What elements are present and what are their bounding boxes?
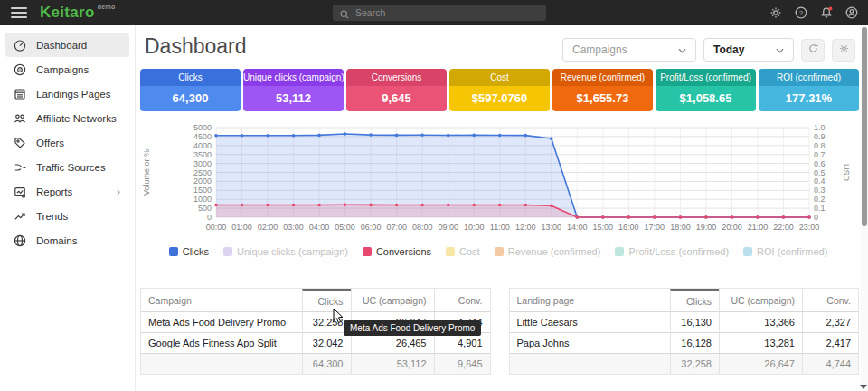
row-name-cell[interactable]: Little Caesars: [510, 317, 671, 328]
svg-text:08:00: 08:00: [412, 223, 433, 232]
notifications-bell-icon[interactable]: [819, 5, 834, 20]
page-scrollbar: [861, 25, 868, 391]
sidebar-item-dashboard[interactable]: Dashboard: [5, 33, 129, 57]
metric-card-value: 64,300: [140, 86, 241, 111]
sidebar-item-trends[interactable]: Trends: [5, 204, 129, 228]
logo-text: Keitaro: [40, 4, 95, 21]
svg-text:5000: 5000: [193, 123, 212, 132]
sidebar-item-reports[interactable]: Reports›: [5, 179, 129, 204]
metric-card-value: $1,058.65: [656, 86, 756, 111]
date-range-value: Today: [713, 43, 744, 56]
campaign-filter-select[interactable]: Campaigns: [562, 38, 696, 62]
traffic-chart[interactable]: 005000.110000.215000.320000.425000.53000…: [140, 120, 851, 241]
logo-demo-label: demo: [98, 4, 116, 10]
column-header-uc-campaign[interactable]: UC (campaign): [351, 289, 434, 311]
legend-swatch: [363, 247, 372, 256]
metric-cards-row: Clicks64,300Unique clicks (campaign)53,1…: [140, 69, 859, 111]
column-header-campaign[interactable]: Campaign: [141, 295, 302, 306]
global-search[interactable]: [333, 5, 546, 21]
row-name-cell[interactable]: Google Ads Fitness App Split: [141, 338, 302, 348]
search-input[interactable]: [355, 7, 527, 18]
legend-swatch: [743, 247, 752, 256]
svg-text:1500: 1500: [193, 186, 212, 195]
svg-text:0.3: 0.3: [814, 186, 826, 195]
svg-text:3500: 3500: [193, 150, 212, 159]
metric-card-label: Clicks: [140, 69, 241, 86]
scroll-down-arrow-icon[interactable]: [860, 385, 867, 389]
column-header-clicks[interactable]: Clicks: [302, 289, 351, 311]
svg-text:0.8: 0.8: [814, 141, 826, 150]
legend-swatch: [223, 247, 232, 256]
search-icon: [339, 7, 350, 18]
scrollbar-thumb[interactable]: [862, 27, 867, 226]
sidebar-item-affiliate-networks[interactable]: Affiliate Networks: [5, 106, 129, 130]
svg-text:0: 0: [814, 213, 818, 222]
dashboard-settings-button[interactable]: [832, 39, 855, 62]
totals-cell: 4,744: [802, 354, 858, 374]
landing-table-row[interactable]: Papa Johns16,12813,2812,417: [510, 332, 859, 353]
legend-item-cost[interactable]: Cost: [446, 246, 480, 257]
row-name-cell[interactable]: Meta Ads Food Delivery Promo: [141, 317, 302, 328]
metric-card-roi-confirmed: ROI (confirmed)177.31%: [759, 69, 859, 111]
svg-text:0.1: 0.1: [814, 204, 826, 213]
svg-text:01:00: 01:00: [231, 223, 252, 232]
sidebar-item-domains[interactable]: Domains: [5, 228, 129, 253]
svg-text:16:00: 16:00: [618, 223, 639, 232]
refresh-button[interactable]: [801, 39, 825, 62]
legend-item-profit-loss-confirmed[interactable]: Profit/Loss (confirmed): [615, 246, 729, 257]
column-header-landing-page[interactable]: Landing page: [510, 295, 671, 306]
row-name-cell[interactable]: Papa Johns: [510, 338, 671, 348]
refresh-icon: [807, 42, 819, 58]
table-header-row: Landing pageClicksUC (campaign)Conv.: [510, 289, 859, 311]
column-header-clicks[interactable]: Clicks: [670, 289, 719, 311]
svg-text:11:00: 11:00: [490, 223, 510, 232]
split-icon: [13, 160, 27, 175]
legend-label: Profit/Loss (confirmed): [628, 246, 729, 257]
account-icon[interactable]: [844, 5, 859, 20]
row-value-cell: 13,366: [719, 312, 802, 332]
svg-text:2500: 2500: [193, 168, 212, 177]
column-header-uc-campaign[interactable]: UC (campaign): [719, 289, 802, 311]
sidebar-item-label: Offers: [36, 138, 122, 148]
svg-text:0.4: 0.4: [814, 176, 826, 186]
svg-text:05:00: 05:00: [335, 223, 355, 232]
row-value-cell: 4,901: [434, 333, 490, 353]
column-header-conv[interactable]: Conv.: [434, 289, 490, 311]
row-value-cell: 13,281: [719, 333, 802, 353]
sidebar-item-traffic-sources[interactable]: Traffic Sources: [5, 155, 129, 179]
help-icon[interactable]: ?: [794, 5, 808, 20]
sidebar-item-landings-pages[interactable]: Landings Pages: [5, 81, 129, 106]
sidebar-item-campaigns[interactable]: Campaigns: [5, 57, 129, 81]
svg-text:USD: USD: [842, 164, 851, 182]
svg-text:1.0: 1.0: [814, 123, 826, 132]
svg-text:4500: 4500: [193, 132, 212, 141]
legend-item-conversions[interactable]: Conversions: [363, 246, 431, 257]
sidebar-nav: DashboardCampaignsLandings PagesAffiliat…: [0, 25, 136, 391]
sidebar-item-label: Traffic Sources: [36, 162, 122, 173]
metric-card-value: $1,655.73: [552, 86, 653, 111]
settings-icon[interactable]: [769, 5, 783, 20]
globe-icon: [13, 234, 27, 248]
legend-label: Cost: [459, 246, 480, 257]
landing-table-row[interactable]: Little Caesars16,13013,3662,327: [510, 311, 859, 332]
legend-item-revenue-confirmed[interactable]: Revenue (confirmed): [495, 246, 601, 257]
date-range-select[interactable]: Today: [703, 38, 794, 62]
column-header-conv[interactable]: Conv.: [802, 289, 858, 311]
svg-text:0.2: 0.2: [814, 195, 826, 204]
legend-item-clicks[interactable]: Clicks: [169, 246, 209, 257]
chevron-down-icon: [776, 43, 784, 56]
metric-card-conversions: Conversions9,645: [346, 69, 447, 111]
totals-cell: 64,300: [302, 354, 351, 374]
menu-toggle-icon[interactable]: [11, 7, 27, 18]
sidebar-item-offers[interactable]: Offers: [5, 130, 129, 155]
main-content: Dashboard Campaigns Today Clicks64,300Un…: [136, 25, 861, 391]
svg-text:0: 0: [207, 213, 212, 222]
app-logo[interactable]: Keitarodemo: [40, 4, 116, 22]
row-value-cell: 26,465: [351, 333, 434, 353]
legend-item-unique-clicks-campaign[interactable]: Unique clicks (campaign): [223, 246, 348, 257]
svg-text:3000: 3000: [193, 159, 212, 168]
legend-item-roi-confirmed[interactable]: ROI (confirmed): [743, 246, 827, 257]
metric-card-value: 53,112: [243, 86, 344, 111]
svg-text:1000: 1000: [193, 195, 212, 204]
metric-card-cost: Cost$597.0760: [449, 69, 550, 111]
